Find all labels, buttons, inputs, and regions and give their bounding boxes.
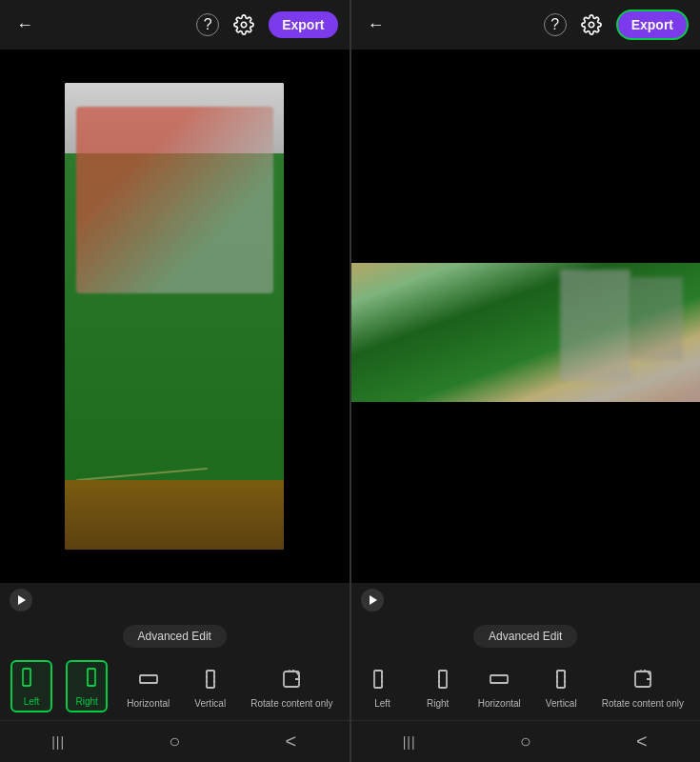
left-crop-horizontal-tool[interactable]: Horizontal [121, 664, 175, 712]
right-middle-image [351, 263, 701, 402]
left-crop-left-tool[interactable]: Left [10, 660, 52, 712]
right-crop-right-icon [427, 668, 450, 694]
right-crop-left-icon [371, 668, 394, 694]
right-video-area [351, 50, 701, 583]
right-crop-right-tool[interactable]: Right [417, 664, 459, 712]
right-help-button[interactable]: ? [544, 13, 567, 36]
right-video-preview [351, 50, 701, 583]
left-play-button[interactable] [10, 589, 32, 612]
svg-rect-20 [557, 671, 565, 688]
svg-rect-5 [140, 675, 157, 683]
right-play-bar [351, 583, 701, 617]
right-export-button[interactable]: Export [616, 10, 689, 40]
left-rotate-label: Rotate content only [250, 698, 332, 709]
left-crop-right-tool[interactable]: Right [66, 660, 108, 712]
svg-point-12 [589, 22, 594, 28]
left-video-preview [65, 83, 284, 550]
right-top-black [351, 50, 701, 263]
left-nav-menu-button[interactable]: ||| [0, 721, 116, 762]
rotate-content-icon [280, 668, 303, 694]
left-back-button[interactable]: ← [11, 11, 38, 38]
left-advanced-edit-bar: Advanced Edit [0, 617, 350, 652]
left-top-bar: ← ? Export [0, 0, 350, 50]
right-top-icons: ? Export [544, 10, 689, 40]
svg-rect-1 [23, 669, 30, 686]
crop-right-icon [75, 666, 98, 692]
left-nav-back-button[interactable]: < [232, 721, 349, 762]
left-crop-vertical-label: Vertical [194, 698, 226, 709]
svg-rect-8 [207, 671, 214, 688]
left-export-button[interactable]: Export [269, 11, 337, 38]
right-rotate-label: Rotate content only [602, 698, 684, 709]
right-crop-left-label: Left [374, 698, 390, 709]
right-rotate-content-icon [631, 668, 654, 694]
right-bottom-nav: ||| ○ < [351, 720, 701, 762]
left-crop-vertical-tool[interactable]: Vertical [189, 664, 231, 712]
right-crop-horizontal-icon [488, 668, 510, 694]
svg-rect-13 [374, 671, 382, 688]
right-crop-right-label: Right [427, 698, 449, 709]
left-crop-left-label: Left [24, 696, 40, 707]
left-play-bar [0, 583, 350, 617]
right-bottom-black [351, 402, 701, 583]
right-advanced-edit-button[interactable]: Advanced Edit [473, 625, 577, 648]
left-help-button[interactable]: ? [196, 13, 219, 36]
right-rotate-tool[interactable]: Rotate content only [596, 664, 690, 712]
left-crop-horizontal-label: Horizontal [127, 698, 170, 709]
svg-rect-15 [439, 671, 447, 688]
right-nav-menu-button[interactable]: ||| [351, 721, 468, 762]
left-top-icons: ? Export [196, 11, 337, 38]
svg-point-0 [241, 22, 247, 28]
left-bottom-nav: ||| ○ < [0, 720, 350, 762]
left-panel: ← ? Export [0, 0, 350, 762]
right-advanced-edit-bar: Advanced Edit [351, 617, 701, 652]
right-nav-back-button[interactable]: < [584, 721, 700, 762]
left-video-area [0, 50, 350, 583]
svg-rect-3 [88, 669, 95, 686]
right-back-button[interactable]: ← [363, 11, 390, 38]
crop-left-icon [20, 666, 43, 692]
right-crop-vertical-tool[interactable]: Vertical [540, 664, 583, 712]
right-play-button[interactable] [361, 589, 384, 612]
crop-horizontal-icon [137, 668, 160, 694]
left-nav-home-button[interactable]: ○ [116, 721, 232, 762]
right-crop-left-tool[interactable]: Left [362, 664, 404, 712]
right-nav-home-button[interactable]: ○ [468, 721, 584, 762]
right-tool-bar: Left Right [351, 652, 701, 720]
right-crop-horizontal-label: Horizontal [478, 698, 521, 709]
left-rotate-tool[interactable]: Rotate content only [245, 664, 338, 712]
right-panel: ← ? Export [351, 0, 701, 762]
right-crop-vertical-icon [550, 668, 572, 694]
svg-rect-17 [490, 675, 508, 683]
right-settings-button[interactable] [578, 11, 605, 38]
left-tool-bar: Left Right [0, 652, 350, 720]
left-settings-button[interactable] [230, 11, 257, 38]
right-crop-vertical-label: Vertical [546, 698, 577, 709]
left-advanced-edit-button[interactable]: Advanced Edit [123, 625, 227, 648]
right-crop-horizontal-tool[interactable]: Horizontal [472, 664, 527, 712]
left-person-blur [76, 107, 273, 293]
crop-vertical-icon [199, 668, 222, 694]
right-top-bar: ← ? Export [351, 0, 701, 50]
left-crop-right-label: Right [75, 696, 97, 707]
